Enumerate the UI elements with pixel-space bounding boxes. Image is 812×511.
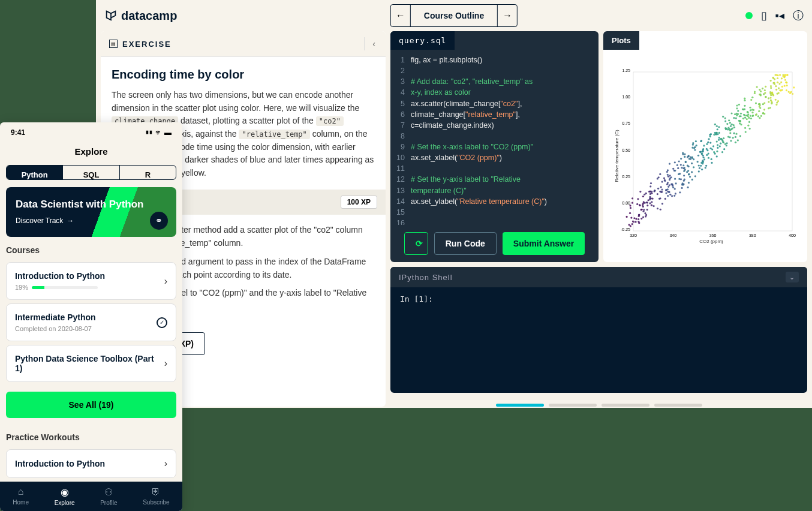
svg-text:CO2 (ppm): CO2 (ppm) [699, 239, 723, 244]
course-outline-button[interactable]: Course Outline [410, 5, 498, 26]
svg-point-210 [701, 153, 703, 155]
svg-point-275 [730, 140, 732, 142]
svg-point-91 [661, 188, 663, 190]
svg-point-440 [792, 93, 793, 95]
nav-subscribe[interactable]: ⛨Subscribe [143, 486, 169, 506]
svg-point-298 [729, 132, 731, 134]
svg-point-170 [694, 175, 696, 177]
svg-point-109 [667, 195, 669, 197]
tab-sql[interactable]: SQL [62, 166, 119, 179]
svg-point-125 [669, 163, 670, 164]
svg-point-445 [786, 89, 787, 91]
svg-point-284 [733, 117, 735, 119]
svg-point-214 [700, 162, 702, 164]
course-card[interactable]: Intermediate PythonCompleted on 2020-08-… [6, 303, 176, 341]
svg-point-367 [759, 89, 760, 91]
svg-point-291 [729, 122, 731, 124]
svg-point-273 [733, 127, 735, 128]
svg-point-295 [730, 112, 732, 114]
ipython-shell[interactable]: IPython Shell ⌄ In [1]: [390, 267, 807, 393]
see-all-button[interactable]: See All (19) [6, 392, 176, 418]
svg-point-313 [736, 107, 738, 109]
svg-point-163 [682, 152, 684, 154]
svg-point-121 [681, 187, 683, 189]
svg-point-220 [709, 134, 711, 136]
svg-text:400: 400 [789, 233, 796, 238]
svg-point-415 [771, 100, 772, 102]
info-icon[interactable]: ⓘ [793, 8, 804, 23]
svg-point-198 [703, 157, 705, 158]
svg-point-6 [629, 212, 631, 214]
svg-point-38 [651, 198, 653, 200]
submit-answer-button[interactable]: Submit Answer [503, 232, 585, 255]
chevron-right-icon: › [164, 358, 167, 369]
svg-point-352 [760, 115, 762, 117]
svg-point-97 [671, 195, 673, 197]
svg-point-46 [646, 202, 648, 203]
svg-point-41 [639, 191, 641, 193]
svg-point-435 [779, 74, 781, 76]
next-arrow-icon[interactable]: → [498, 5, 517, 26]
nav-explore[interactable]: ◉Explore [55, 486, 75, 506]
svg-point-14 [631, 223, 633, 225]
svg-point-75 [663, 177, 665, 179]
svg-point-302 [744, 117, 746, 119]
tab-r[interactable]: R [120, 166, 176, 179]
code-editor[interactable]: query.sql 1fig, ax = plt.subplots()23# A… [390, 31, 599, 262]
run-code-button[interactable]: Run Code [434, 232, 497, 255]
nav-home[interactable]: ⌂Home [13, 486, 29, 506]
svg-point-136 [687, 187, 688, 188]
svg-text:0.00: 0.00 [622, 201, 630, 205]
svg-point-232 [711, 158, 712, 160]
reset-button[interactable]: ⟳ [404, 232, 428, 255]
svg-point-286 [735, 142, 736, 143]
svg-point-117 [679, 191, 681, 193]
svg-point-238 [717, 128, 718, 130]
svg-point-0 [625, 216, 627, 218]
svg-point-203 [709, 142, 711, 143]
svg-rect-464 [633, 72, 792, 231]
svg-point-83 [657, 188, 659, 190]
prev-arrow-icon[interactable]: ← [391, 5, 410, 26]
nav-profile[interactable]: ⚇Profile [100, 486, 117, 506]
svg-point-73 [664, 198, 666, 200]
discover-track-link[interactable]: Discover Track → [16, 217, 167, 225]
svg-point-292 [727, 136, 729, 137]
svg-point-254 [718, 132, 720, 134]
svg-point-424 [777, 77, 778, 79]
video-icon[interactable]: ▪◂ [775, 9, 784, 22]
svg-point-417 [777, 100, 779, 102]
svg-point-429 [780, 82, 782, 83]
svg-point-85 [661, 181, 663, 182]
svg-point-277 [725, 128, 727, 130]
svg-text:1.00: 1.00 [622, 95, 630, 99]
svg-point-320 [745, 131, 747, 133]
svg-point-332 [742, 118, 744, 119]
chevron-down-icon[interactable]: ⌄ [786, 272, 799, 282]
svg-point-280 [724, 117, 726, 119]
hero-banner[interactable]: Data Scientist with Python Discover Trac… [6, 187, 176, 237]
chevron-right-icon: › [164, 276, 167, 287]
svg-point-317 [750, 109, 751, 111]
status-time: 9:41 [11, 128, 25, 137]
course-card[interactable]: Python Data Science Toolbox (Part 1)› [6, 345, 176, 382]
editor-tab[interactable]: query.sql [390, 31, 455, 50]
tab-python[interactable]: Python [7, 166, 62, 179]
svg-point-9 [631, 202, 633, 204]
svg-text:-0.25: -0.25 [621, 227, 630, 232]
practice-card[interactable]: Introduction to Python› [6, 449, 176, 478]
plots-tab[interactable]: Plots [603, 31, 639, 50]
svg-point-71 [657, 208, 658, 209]
svg-point-272 [731, 124, 733, 125]
svg-point-399 [778, 87, 780, 89]
collapse-icon[interactable]: ‹ [364, 37, 377, 50]
svg-point-48 [644, 212, 646, 214]
svg-point-19 [633, 221, 634, 223]
shell-tab[interactable]: IPython Shell ⌄ [390, 267, 807, 287]
device-icon[interactable]: ▯ [761, 9, 767, 22]
svg-point-172 [699, 167, 700, 169]
course-card[interactable]: Introduction to Python19% › [6, 262, 176, 300]
svg-point-103 [675, 193, 676, 194]
svg-point-157 [691, 163, 693, 164]
svg-point-287 [726, 123, 728, 125]
